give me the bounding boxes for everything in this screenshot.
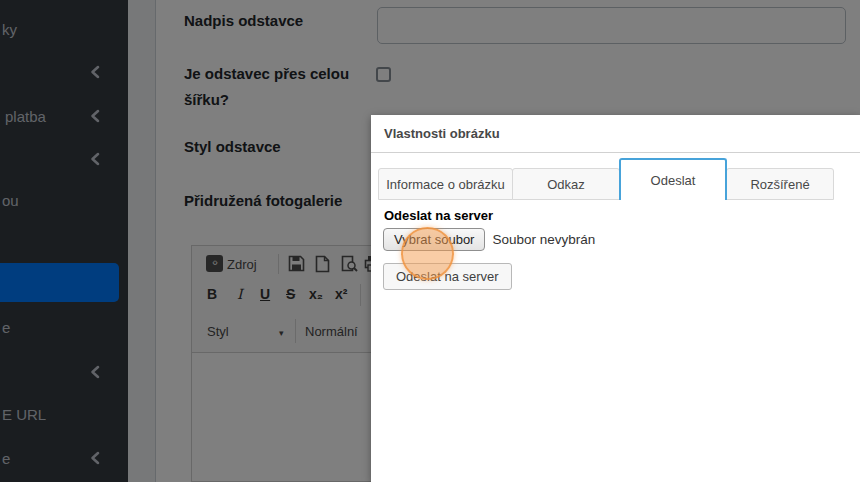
click-highlight-annotation [401, 227, 454, 280]
tab-link[interactable]: Odkaz [512, 168, 620, 200]
tab-upload[interactable]: Odeslat [619, 158, 727, 200]
dialog-titlebar[interactable]: Vlastnosti obrázku [371, 115, 860, 153]
upload-section-label: Odeslat na server [384, 208, 493, 223]
tab-image-info[interactable]: Informace o obrázku [378, 168, 513, 200]
tab-advanced[interactable]: Rozšířené [726, 168, 834, 200]
image-properties-dialog: Vlastnosti obrázku Informace o obrázku O… [371, 115, 860, 482]
dialog-tabs: Informace o obrázku Odkaz Odeslat Rozšíř… [378, 158, 834, 200]
dialog-title: Vlastnosti obrázku [384, 126, 500, 141]
file-status-text: Soubor nevybrán [492, 232, 595, 247]
screen: ky platba ou e E URL e Nadp [0, 0, 860, 482]
